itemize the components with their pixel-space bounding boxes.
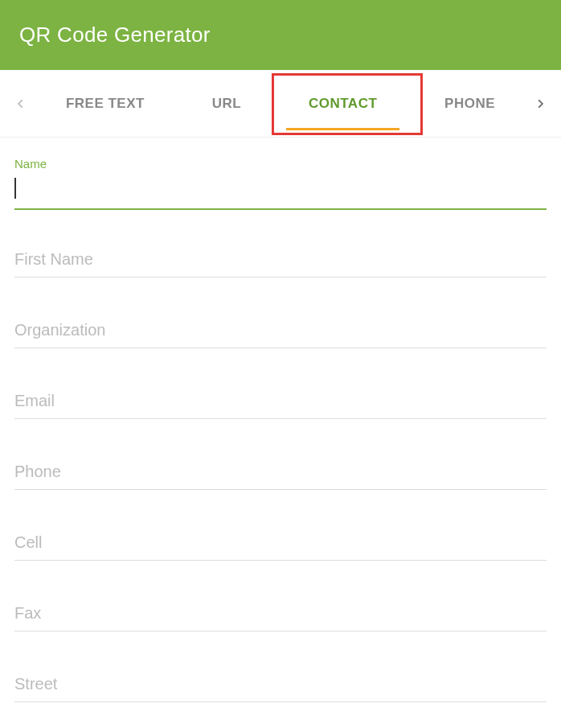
tab-scroll-right[interactable] xyxy=(529,93,551,115)
chevron-left-icon xyxy=(15,98,27,109)
tabs-bar: FREE TEXT URL CONTACT PHONE xyxy=(0,70,561,138)
text-cursor xyxy=(14,178,16,199)
field-phone xyxy=(14,458,547,490)
first-name-input[interactable] xyxy=(14,245,547,278)
tabs-list: FREE TEXT URL CONTACT PHONE xyxy=(32,70,529,137)
tab-url[interactable]: URL xyxy=(203,70,251,137)
field-email xyxy=(14,387,547,419)
field-cell xyxy=(14,529,547,561)
name-input[interactable] xyxy=(14,177,547,210)
field-fax xyxy=(14,599,547,631)
street-input[interactable] xyxy=(14,670,547,702)
app-header: QR Code Generator xyxy=(0,0,561,70)
tab-phone[interactable]: PHONE xyxy=(435,70,505,137)
field-first-name xyxy=(14,245,547,278)
app-container: QR Code Generator FREE TEXT URL CONTACT … xyxy=(0,0,561,728)
chevron-right-icon xyxy=(534,98,546,109)
tab-scroll-left[interactable] xyxy=(10,93,32,115)
phone-input[interactable] xyxy=(14,458,547,490)
tab-contact[interactable]: CONTACT xyxy=(299,70,387,137)
fax-input[interactable] xyxy=(14,599,547,631)
page-title: QR Code Generator xyxy=(19,23,542,47)
field-organization xyxy=(14,316,547,348)
organization-input[interactable] xyxy=(14,316,547,348)
contact-form: Name xyxy=(0,138,561,702)
cell-input[interactable] xyxy=(14,529,547,561)
field-street xyxy=(14,670,547,702)
name-label: Name xyxy=(14,157,547,171)
tab-free-text[interactable]: FREE TEXT xyxy=(56,70,154,137)
email-input[interactable] xyxy=(14,387,547,419)
field-name: Name xyxy=(14,157,547,210)
